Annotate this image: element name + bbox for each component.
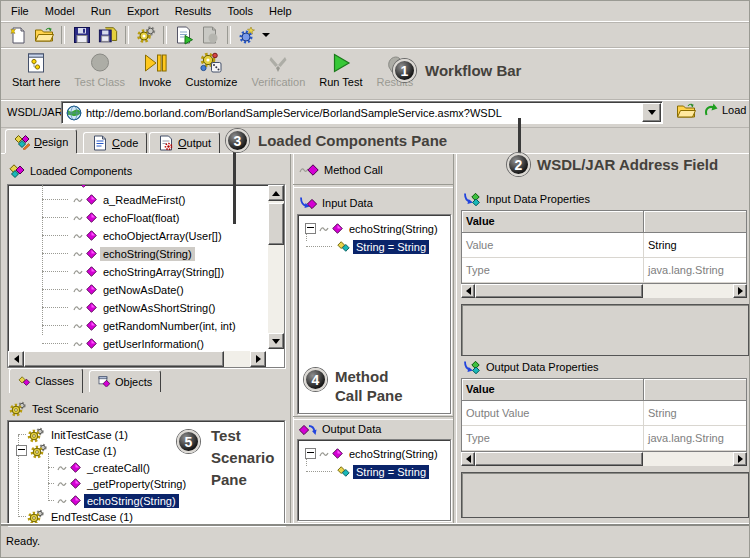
settings-button[interactable] [133,24,159,46]
tab-objects[interactable]: Objects [89,370,161,392]
menu-model[interactable]: Model [37,2,83,20]
scroll-thumb[interactable] [475,452,643,466]
browse-wsdl-button[interactable] [673,100,699,122]
save-button[interactable] [69,24,95,46]
test-class-button: Test Class [67,50,132,89]
scroll-thumb[interactable] [268,203,284,245]
new-button[interactable] [5,24,31,46]
tree-item[interactable]: echoObjectArray(User[]) [100,229,225,243]
input-props-scrollbar[interactable] [461,284,747,298]
help-tools-button[interactable] [235,24,261,46]
scroll-right-button[interactable] [733,284,747,298]
tree-item-selected[interactable]: echoString(String) [84,494,179,508]
export-run-button[interactable] [171,24,197,46]
divider [293,184,453,188]
value-column-header[interactable]: Value [462,379,644,401]
scroll-thumb[interactable] [475,284,643,298]
load-button[interactable]: Load [703,102,746,118]
tab-code[interactable]: Code [83,132,147,153]
wsdl-url-value[interactable]: http://demo.borland.com/BorlandSampleSer… [86,107,642,119]
output-data-properties-title: Output Data Properties [486,361,599,373]
objects-tab-icon [98,376,111,387]
start-here-icon [24,51,48,75]
tree-item[interactable]: echoString(String) [346,447,441,461]
output-props-description-box [461,472,749,518]
scroll-up-button[interactable] [268,185,284,201]
tree-item-selected[interactable]: String = String [353,465,429,479]
collapse-expander[interactable] [305,223,316,234]
wsdl-dropdown-button[interactable] [642,103,661,122]
customize-button[interactable]: Customize [178,50,244,89]
test-class-icon [88,51,112,75]
method-call-header: Method Call [299,164,383,176]
right-splitter[interactable] [453,154,457,524]
invoke-button[interactable]: Invoke [132,50,178,89]
property-value[interactable]: String [644,233,746,258]
loaded-components-tree[interactable]: a_ReadMeFirst() echoFloat(float) echoObj… [7,184,285,368]
annotation-3-badge: 3 [226,129,249,152]
empty-column-header[interactable] [644,379,746,401]
annotation-1-badge: 1 [393,59,416,82]
collapse-expander[interactable] [305,448,316,459]
scroll-left-button[interactable] [8,351,24,367]
annotation-5-label: Test Scenario Pane [211,425,274,491]
tree-item[interactable]: a_ReadMeFirst() [100,193,189,207]
tab-design[interactable]: Design [5,129,77,153]
link-icon [73,322,83,330]
tree-item[interactable]: echoFloat(float) [100,211,182,225]
tab-output[interactable]: Output [149,132,220,153]
tab-classes[interactable]: Classes [9,368,83,393]
menu-run[interactable]: Run [83,2,119,20]
left-splitter[interactable] [290,154,294,524]
vertical-scrollbar[interactable] [268,185,284,349]
toolbar-separator [125,26,129,44]
tree-item[interactable]: _createCall() [84,461,153,475]
tree-item[interactable]: _getProperty(String) [84,477,189,491]
scroll-down-button[interactable] [268,333,284,349]
tree-item[interactable]: TestCase (1) [51,444,119,458]
menu-help[interactable]: Help [261,2,300,20]
start-here-button[interactable]: Start here [5,50,67,89]
annotation-1-label: Workflow Bar [425,62,521,79]
tree-item[interactable]: getNowAsShortString() [100,301,219,315]
wsdl-url-combo[interactable]: http://demo.borland.com/BorlandSampleSer… [61,101,663,124]
app-window: File Model Run Export Results Tools Help… [0,0,750,558]
scroll-right-button[interactable] [733,452,747,466]
save-all-button[interactable] [95,24,121,46]
link-icon [73,250,83,258]
scroll-thumb[interactable] [24,351,224,367]
table-header-row: Value [462,379,746,401]
collapse-expander[interactable] [16,445,27,456]
scroll-left-button[interactable] [461,284,475,298]
arrow-right-icon [256,355,261,363]
scroll-left-button[interactable] [461,452,475,466]
status-bar: Ready. [1,529,750,558]
tree-item-selected[interactable]: String = String [353,240,429,254]
link-icon [57,480,67,488]
empty-column-header[interactable] [644,211,746,233]
arrow-left-icon [466,287,471,295]
scroll-right-button[interactable] [250,351,266,367]
tree-item[interactable]: getUserInformation() [100,337,207,351]
property-name: Value [462,233,644,258]
tree-item-selected[interactable]: echoString(String) [100,247,195,261]
menu-export[interactable]: Export [119,2,167,20]
tree-item[interactable]: getRandomNumber(int, int) [100,319,239,333]
tree-item[interactable]: echoString(String) [346,222,441,236]
output-data-tree[interactable]: echoString(String) String = String [297,439,451,521]
tree-item[interactable]: getNowAsDate() [100,283,187,297]
menu-tools[interactable]: Tools [219,2,261,20]
value-column-header[interactable]: Value [462,211,644,233]
link-icon [73,214,83,222]
open-button[interactable] [31,24,57,46]
toolbar-dropdown-icon[interactable] [262,33,270,37]
menu-file[interactable]: File [3,2,37,20]
run-test-button[interactable]: Run Test [312,50,369,89]
menu-results[interactable]: Results [167,2,220,20]
horizontal-scrollbar[interactable] [8,351,266,367]
link-icon [73,286,83,294]
tree-item[interactable]: EndTestCase (1) [48,510,136,524]
tree-item[interactable]: echoStringArray(String[]) [100,265,227,279]
output-props-scrollbar[interactable] [461,452,747,466]
tree-item[interactable]: InitTestCase (1) [48,428,131,442]
